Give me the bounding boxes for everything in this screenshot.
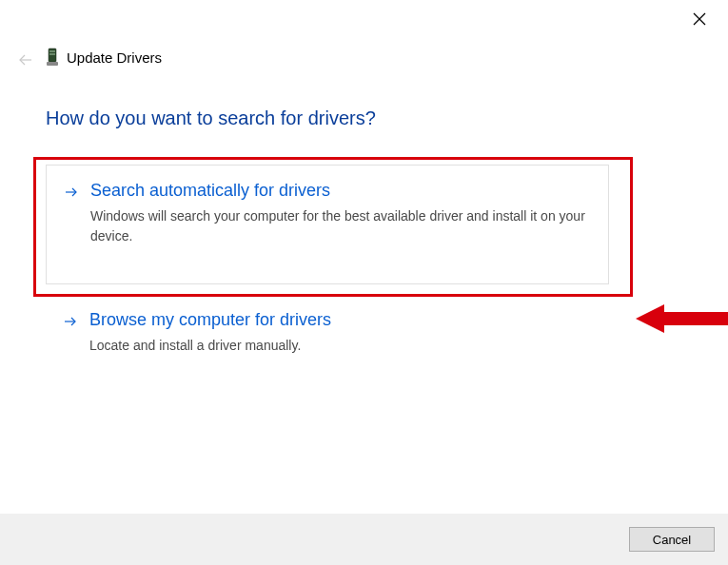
close-button[interactable]	[692, 11, 707, 27]
close-icon	[692, 11, 707, 27]
svg-marker-9	[636, 304, 728, 333]
dialog-footer: Cancel	[0, 514, 728, 565]
option-description: Windows will search your computer for th…	[90, 206, 591, 246]
arrow-right-icon	[63, 314, 78, 329]
arrow-right-icon	[64, 185, 79, 200]
option-browse-computer[interactable]: Browse my computer for drivers Locate an…	[46, 304, 609, 377]
page-heading: How do you want to search for drivers?	[46, 107, 376, 129]
back-arrow-icon	[17, 51, 34, 68]
back-button	[17, 51, 34, 68]
svg-rect-5	[49, 53, 55, 55]
cancel-button[interactable]: Cancel	[629, 527, 715, 552]
wizard-title: Update Drivers	[67, 49, 162, 66]
option-title: Browse my computer for drivers	[89, 310, 592, 330]
device-icon	[46, 48, 59, 67]
option-search-automatically[interactable]: Search automatically for drivers Windows…	[46, 165, 609, 284]
option-title: Search automatically for drivers	[90, 181, 591, 201]
option-description: Locate and install a driver manually.	[89, 336, 592, 356]
svg-rect-4	[49, 50, 55, 52]
svg-rect-6	[47, 62, 58, 66]
callout-arrow-annotation	[636, 295, 728, 342]
